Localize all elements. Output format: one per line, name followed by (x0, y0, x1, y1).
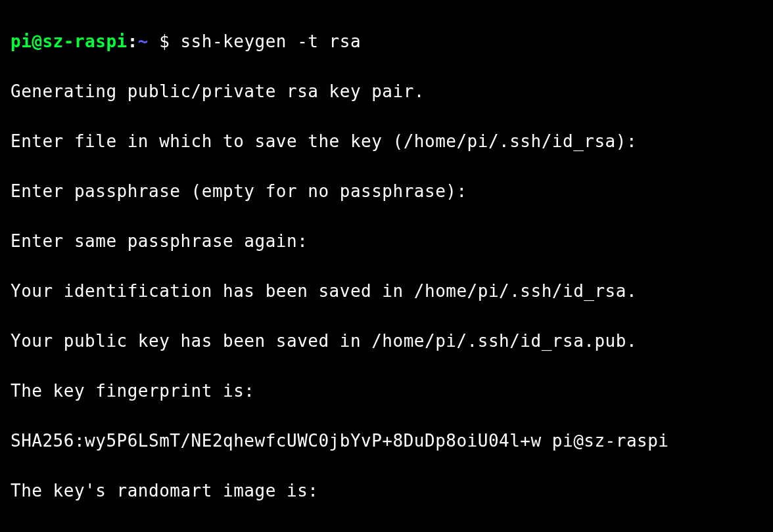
output-line-randomart-is: The key's randomart image is: (11, 478, 762, 503)
prompt-colon: : (128, 32, 138, 51)
output-line-pub-saved: Your public key has been saved in /home/… (11, 328, 762, 353)
prompt-path: ~ (138, 32, 159, 51)
randomart-border-top: +---[RSA 2048]----+ (11, 528, 762, 532)
terminal-window[interactable]: pi@sz-raspi:~ $ ssh-keygen -t rsa Genera… (0, 0, 773, 532)
output-line-enter-file: Enter file in which to save the key (/ho… (11, 129, 762, 154)
output-line-generating: Generating public/private rsa key pair. (11, 79, 762, 104)
output-line-enter-passphrase: Enter passphrase (empty for no passphras… (11, 179, 762, 204)
command-input[interactable]: ssh-keygen -t rsa (180, 32, 361, 51)
prompt-user-host: pi@sz-raspi (11, 32, 128, 51)
output-line-id-saved: Your identification has been saved in /h… (11, 278, 762, 303)
prompt-dollar: $ (159, 32, 180, 51)
output-line-enter-passphrase-again: Enter same passphrase again: (11, 229, 762, 254)
output-line-fingerprint-is: The key fingerprint is: (11, 378, 762, 403)
prompt-line[interactable]: pi@sz-raspi:~ $ ssh-keygen -t rsa (11, 29, 762, 54)
output-line-fingerprint: SHA256:wy5P6LSmT/NE2qhewfcUWC0jbYvP+8DuD… (11, 428, 762, 453)
